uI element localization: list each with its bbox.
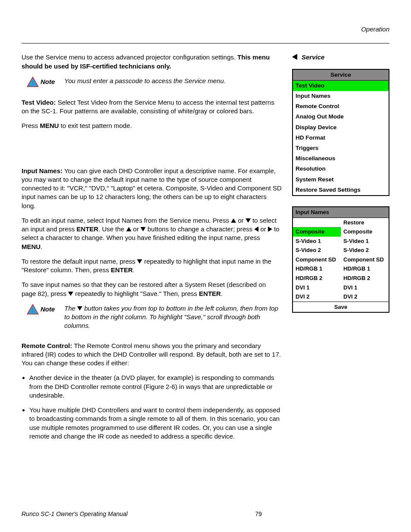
arrow-left-icon [292, 54, 297, 60]
t: repeatedly to highlight "Save." Then, pr… [73, 290, 199, 297]
note-text: You must enter a passcode to access the … [64, 77, 282, 85]
input-right-cell: HD/RGB 1 [341, 264, 389, 274]
t: . Use the [98, 225, 126, 233]
t: or [258, 225, 268, 233]
svg-text:!: ! [32, 81, 34, 85]
intro-paragraph: Use the Service menu to access advanced … [22, 53, 282, 71]
list-item: You have multiple DHD Controllers and wa… [29, 406, 282, 441]
input-right-cell: Composite [341, 227, 389, 236]
save-row: Save [293, 302, 389, 312]
service-menu-table: Service Test VideoInput NamesRemote Cont… [292, 69, 389, 196]
input-names-save: To save input names so that they can be … [22, 280, 282, 298]
input-left-cell: HD/RGB 1 [293, 264, 341, 274]
arrow-right-icon [268, 227, 272, 232]
spacer [22, 137, 282, 167]
input-right-cell: HD/RGB 2 [341, 274, 389, 283]
input-left-cell: HD/RGB 2 [293, 274, 341, 283]
restore-header: Restore [341, 218, 389, 227]
input-right-cell: DVI 2 [341, 292, 389, 302]
service-heading-text: Service [302, 53, 324, 62]
input-left-cell: S-Video 1 [293, 236, 341, 246]
input-left-cell: Composite [293, 227, 341, 236]
enter-key: ENTER [111, 266, 133, 274]
service-menu-item: Restore Saved Settings [293, 185, 389, 196]
note-1: ! Note You must enter a passcode to acce… [27, 77, 282, 87]
remote-list: Another device in the theater (a DVD pla… [22, 373, 282, 441]
page-number: 79 [255, 510, 262, 518]
test-video-press: Press MENU to exit test pattern mode. [22, 121, 282, 130]
input-names-title: Input Names [293, 207, 389, 218]
service-heading: Service [292, 53, 389, 62]
input-names-table: Input Names Restore CompositeCompositeS-… [292, 206, 389, 313]
arrow-down-icon [137, 259, 142, 264]
page: Operation Use the Service menu to access… [0, 0, 411, 532]
service-menu-item: Analog Out Mode [293, 112, 389, 122]
t: . [221, 290, 223, 297]
enter-key: ENTER [77, 225, 99, 233]
t: To restore the default input name, press [22, 258, 137, 265]
right-column: Service Service Test VideoInput NamesRem… [292, 53, 389, 447]
service-menu-item: Remote Control [293, 101, 389, 112]
arrow-left-icon [254, 227, 258, 232]
divider [22, 43, 389, 44]
input-right-cell: DVI 1 [341, 283, 389, 292]
arrow-down-icon [246, 218, 251, 223]
enter-key: ENTER [199, 290, 221, 297]
press-text: Press [22, 122, 40, 129]
warning-icon: ! [27, 77, 39, 87]
intro-text: Use the Service menu to access advanced … [22, 53, 237, 61]
header-section-label: Operation [22, 25, 389, 34]
note-2: ! Note The button takes you from top to … [27, 304, 282, 330]
t: or [131, 225, 141, 233]
t: buttons to change a character; press [146, 225, 254, 233]
service-menu-item: Triggers [293, 143, 389, 153]
arrow-down-icon [68, 292, 73, 296]
service-menu-item: Display Device [293, 122, 389, 133]
service-menu-item: HD Format [293, 133, 389, 143]
service-menu-item: Resolution [293, 164, 389, 174]
service-menu-item: Test Video [293, 80, 389, 91]
input-names-paragraph: Input Names: You can give each DHD Contr… [22, 167, 282, 210]
t: To edit an input name, select Input Name… [22, 217, 231, 224]
test-video-body: Select Test Video from the Service Menu … [22, 99, 274, 115]
test-video-label: Test Video: [22, 99, 58, 106]
footer-title: Runco SC-1 Owner's Operating Manual [22, 510, 128, 518]
service-menu-item: System Reset [293, 174, 389, 185]
input-right-cell: Component SD [341, 255, 389, 264]
input-left-cell: Component SD [293, 255, 341, 264]
input-right-cell: S-Video 2 [341, 246, 389, 255]
warning-icon: ! [27, 304, 39, 314]
note-icon-wrap: ! Note [27, 77, 55, 87]
input-names-edit: To edit an input name, select Input Name… [22, 216, 282, 251]
empty-cell [293, 218, 341, 227]
input-left-cell: DVI 2 [293, 292, 341, 302]
arrow-down-icon [77, 306, 82, 311]
t: . [133, 266, 134, 274]
service-menu-title: Service [293, 69, 389, 81]
arrow-up-icon [126, 227, 131, 231]
press-text-2: to exit test pattern mode. [59, 122, 132, 129]
input-left-cell: S-Video 2 [293, 246, 341, 255]
svg-text:!: ! [32, 309, 34, 313]
arrow-up-icon [231, 218, 236, 223]
input-right-cell: S-Video 1 [341, 236, 389, 246]
list-item: Another device in the theater (a DVD pla… [29, 373, 282, 400]
service-menu-item: Miscellaneous [293, 153, 389, 164]
t: The [64, 305, 77, 312]
t: or [236, 217, 246, 224]
two-col-layout: Use the Service menu to access advanced … [22, 53, 389, 447]
test-video-paragraph: Test Video: Select Test Video from the S… [22, 98, 282, 116]
menu-key: MENU [22, 243, 40, 250]
note-label: Note [40, 78, 55, 86]
t: . [40, 243, 42, 250]
remote-control-label: Remote Control: [22, 342, 74, 349]
menu-key: MENU [40, 122, 59, 129]
note-icon-wrap: ! Note [27, 304, 55, 314]
input-left-cell: DVI 1 [293, 283, 341, 292]
arrow-down-icon [140, 227, 146, 231]
t: button takes you from top to bottom in t… [64, 305, 278, 330]
left-column: Use the Service menu to access advanced … [22, 53, 282, 447]
footer: Runco SC-1 Owner's Operating Manual 79 [22, 510, 389, 518]
remote-control-paragraph: Remote Control: The Remote Control menu … [22, 342, 282, 368]
input-names-label: Input Names: [22, 167, 64, 174]
